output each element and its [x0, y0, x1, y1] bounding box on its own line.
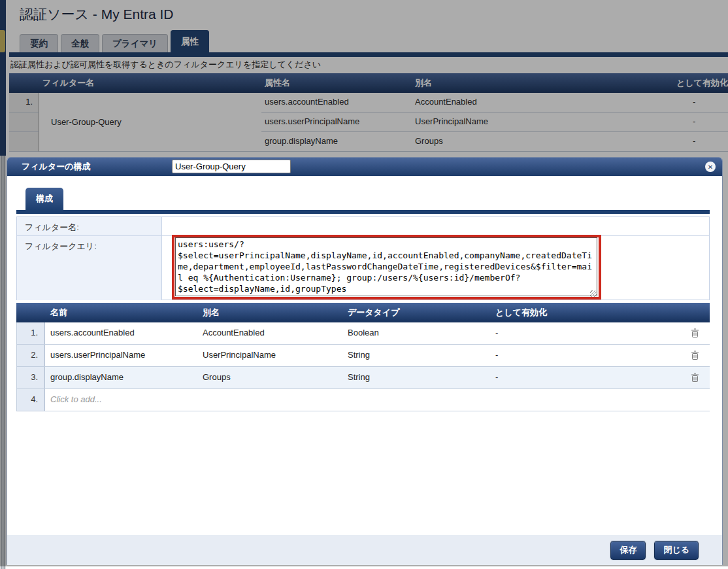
trash-icon — [691, 328, 699, 338]
col-enabled-as: として有効化 — [490, 307, 680, 319]
type-cell[interactable]: Boolean — [342, 322, 490, 344]
delete-row-button[interactable] — [680, 345, 710, 366]
textarea-resize-grip[interactable] — [590, 290, 597, 297]
row-index: 4. — [16, 389, 45, 411]
name-cell[interactable]: group.displayName — [45, 367, 197, 388]
filter-query-textarea[interactable] — [175, 237, 597, 296]
dialog-footer: 保存 閉じる — [7, 535, 722, 565]
delete-row-button[interactable] — [680, 367, 710, 388]
col-name: 名前 — [45, 307, 197, 319]
filter-query-label: フィルタークエリ: — [17, 236, 162, 300]
trash-icon — [691, 373, 699, 383]
alias-cell[interactable]: UserPrincipalName — [197, 345, 342, 366]
enabled-as-cell[interactable]: - — [490, 367, 680, 388]
enabled-as-cell[interactable]: - — [490, 322, 680, 344]
name-cell[interactable]: users.userPrincipalName — [45, 345, 197, 366]
filter-name-label: フィルター名: — [17, 217, 162, 235]
dialog-attributes-table: 名前 別名 データタイプ として有効化 1. users.accountEnab… — [16, 303, 710, 411]
col-data-type: データタイプ — [342, 307, 490, 319]
attributes-table-header: 名前 別名 データタイプ として有効化 — [16, 303, 710, 322]
enabled-as-cell[interactable]: - — [490, 345, 680, 366]
add-attribute-row[interactable]: 4. Click to add... — [16, 389, 710, 411]
dialog-title: フィルターの構成 — [22, 161, 705, 173]
name-cell[interactable]: users.accountEnabled — [45, 322, 197, 344]
row-index: 2. — [16, 345, 45, 366]
type-cell[interactable]: String — [342, 345, 490, 366]
trash-icon — [691, 351, 699, 360]
tab-configuration[interactable]: 構成 — [25, 188, 63, 210]
alias-cell[interactable]: Groups — [197, 367, 342, 388]
row-index: 1. — [16, 322, 45, 344]
filter-config-dialog: フィルターの構成 ✕ 構成 フィルター名: フィルタークエリ: 名前 別名 デー… — [7, 157, 723, 565]
alias-cell[interactable]: AccountEnabled — [197, 322, 342, 344]
table-row[interactable]: 1. users.accountEnabled AccountEnabled B… — [16, 322, 710, 345]
col-alias: 別名 — [197, 307, 342, 319]
type-cell[interactable]: String — [342, 367, 490, 388]
row-index: 3. — [16, 367, 45, 388]
dialog-tab-underline — [16, 210, 710, 214]
table-row[interactable]: 3. group.displayName Groups String - — [16, 367, 710, 389]
table-row[interactable]: 2. users.userPrincipalName UserPrincipal… — [16, 345, 710, 367]
close-button[interactable]: 閉じる — [654, 541, 699, 560]
delete-row-button[interactable] — [680, 322, 710, 344]
app-window: 認証ソース - My Entra ID 要約 全般 プライマリ 属性 認証属性お… — [0, 0, 728, 569]
click-to-add-cell[interactable]: Click to add... — [45, 389, 710, 411]
dialog-header: フィルターの構成 ✕ — [7, 158, 722, 176]
close-icon[interactable]: ✕ — [705, 162, 716, 172]
filter-name-input[interactable] — [172, 160, 291, 173]
save-button[interactable]: 保存 — [610, 541, 646, 560]
